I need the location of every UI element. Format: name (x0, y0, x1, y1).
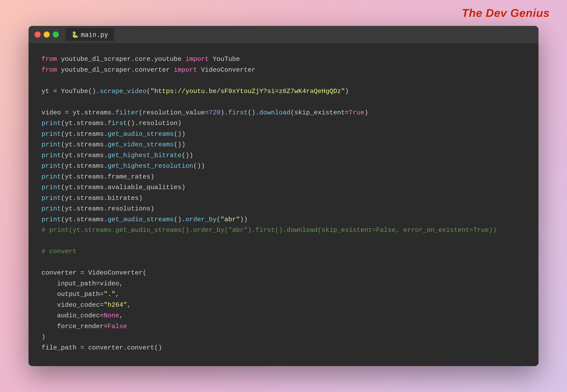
tab-label: main.py (81, 31, 108, 38)
python-icon: 🐍 (72, 31, 78, 38)
code-line-2: from youtube_dl_scraper.converter import… (42, 65, 525, 76)
code-line-8: print(yt.streams.get_audio_streams()) (42, 129, 525, 140)
code-line-13: print(yt.streams.avaliable_qualities) (42, 182, 525, 193)
code-line-21: converter = VideoConverter( (42, 268, 525, 279)
code-line-5 (42, 97, 525, 108)
code-line-6: video = yt.streams.filter(resolution_val… (42, 108, 525, 118)
code-line-14: print(yt.streams.bitrates) (42, 193, 525, 204)
code-line-28: file_path = converter.convert() (42, 343, 525, 353)
code-line-17: # print(yt.streams.get_audio_streams().o… (42, 225, 525, 236)
code-line-11: print(yt.streams.get_highest_resolution(… (42, 161, 525, 172)
traffic-lights (35, 31, 59, 38)
editor-window: 🐍 main.py from youtube_dl_scraper.core.y… (29, 26, 538, 366)
code-line-20 (42, 257, 525, 268)
code-line-16: print(yt.streams.get_audio_streams().ord… (42, 214, 525, 225)
code-line-23: output_path=".", (42, 289, 525, 300)
code-line-7: print(yt.streams.first().resolution) (42, 118, 525, 129)
brand-label: The Dev Genius (462, 6, 550, 19)
title-bar: 🐍 main.py (29, 26, 538, 43)
code-line-4: yt = YouTube().scrape_video("https://you… (42, 86, 525, 97)
code-line-19: # convert (42, 246, 525, 257)
code-line-18 (42, 236, 525, 247)
code-line-27: ) (42, 332, 525, 343)
maximize-button[interactable] (53, 31, 59, 38)
file-tab[interactable]: 🐍 main.py (66, 28, 114, 41)
code-line-10: print(yt.streams.get_highest_bitrate()) (42, 150, 525, 161)
code-line-3 (42, 75, 525, 86)
code-line-26: force_render=False (42, 321, 525, 332)
close-button[interactable] (35, 31, 41, 38)
code-line-12: print(yt.streams.frame_rates) (42, 172, 525, 182)
code-line-25: audio_codec=None, (42, 310, 525, 321)
code-line-1: from youtube_dl_scraper.core.youtube imp… (42, 54, 525, 65)
code-line-24: video_codec="h264", (42, 300, 525, 311)
minimize-button[interactable] (44, 31, 50, 38)
code-line-9: print(yt.streams.get_video_streams()) (42, 140, 525, 150)
code-editor[interactable]: from youtube_dl_scraper.core.youtube imp… (29, 43, 538, 366)
code-line-22: input_path=video, (42, 279, 525, 289)
code-line-15: print(yt.streams.resolutions) (42, 204, 525, 214)
